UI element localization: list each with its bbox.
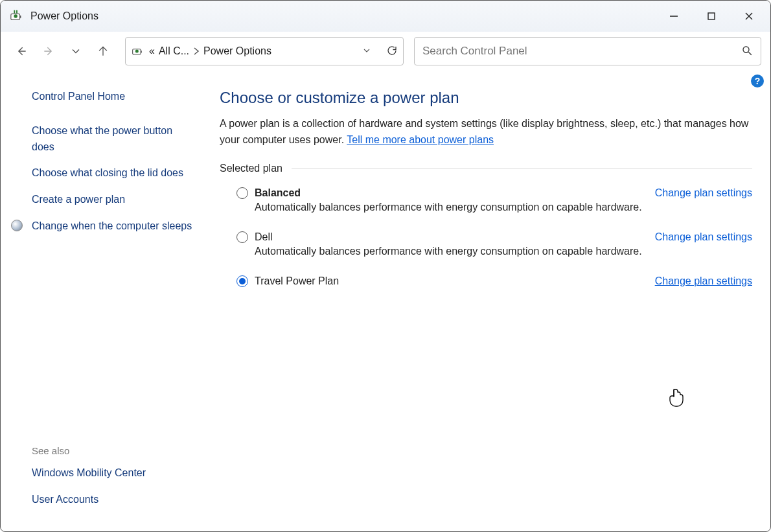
change-settings-balanced[interactable]: Change plan settings <box>655 187 752 199</box>
plan-dell: Dell Change plan settings Automatically … <box>220 227 752 272</box>
selected-plan-group: Selected plan <box>220 163 752 174</box>
svg-point-10 <box>743 47 749 52</box>
create-power-plan-link[interactable]: Create a power plan <box>32 192 194 208</box>
navbar: « All C... Power Options <box>1 32 770 71</box>
radio-balanced[interactable] <box>236 187 248 199</box>
selected-plan-label: Selected plan <box>220 163 282 174</box>
plan-balanced: Balanced Change plan settings Automatica… <box>220 183 752 227</box>
recent-dropdown[interactable] <box>64 40 87 63</box>
radio-dell[interactable] <box>236 231 248 243</box>
radio-travel[interactable] <box>236 275 248 287</box>
breadcrumb-chevron[interactable]: « <box>149 45 155 57</box>
breadcrumb-all-control-panel[interactable]: All C... <box>159 45 189 57</box>
mobility-center-link[interactable]: Windows Mobility Center <box>32 465 194 481</box>
help-icon[interactable]: ? <box>751 75 764 87</box>
address-dropdown-icon[interactable] <box>362 45 372 58</box>
svg-rect-1 <box>20 16 21 18</box>
see-also-label: See also <box>32 445 194 456</box>
current-page-icon <box>11 220 23 231</box>
maximize-button[interactable] <box>693 1 730 31</box>
titlebar: Power Options <box>1 1 770 32</box>
address-icon <box>131 44 145 58</box>
change-sleep-link[interactable]: Change when the computer sleeps <box>32 218 194 235</box>
change-settings-dell[interactable]: Change plan settings <box>655 231 752 243</box>
main-panel: Choose or customize a power plan A power… <box>207 71 770 531</box>
plan-dell-name: Dell <box>255 231 273 243</box>
control-panel-home-link[interactable]: Control Panel Home <box>32 89 194 105</box>
svg-point-9 <box>135 50 139 53</box>
page-heading: Choose or customize a power plan <box>220 89 752 107</box>
svg-rect-8 <box>141 51 142 52</box>
refresh-button[interactable] <box>386 45 398 58</box>
svg-point-2 <box>14 14 17 18</box>
plan-travel: Travel Power Plan Change plan settings <box>220 272 752 301</box>
up-button[interactable] <box>91 40 115 63</box>
window-title: Power Options <box>30 10 655 22</box>
intro-text: A power plan is a collection of hardware… <box>220 116 752 148</box>
plan-travel-name: Travel Power Plan <box>255 275 339 287</box>
minimize-button[interactable] <box>655 1 693 31</box>
breadcrumb-power-options[interactable]: Power Options <box>203 45 271 57</box>
chevron-right-icon <box>193 46 200 57</box>
search-icon[interactable] <box>741 45 753 58</box>
forward-button[interactable] <box>37 40 60 63</box>
svg-rect-4 <box>708 13 715 19</box>
plan-balanced-name: Balanced <box>255 187 301 199</box>
plan-dell-desc: Automatically balances performance with … <box>236 246 752 257</box>
back-button[interactable] <box>10 40 33 63</box>
content-area: ? Control Panel Home Choose what the pow… <box>1 71 770 531</box>
sidebar: Control Panel Home Choose what the power… <box>1 71 207 531</box>
change-sleep-label: Change when the computer sleeps <box>32 220 192 231</box>
close-button[interactable] <box>730 1 768 31</box>
address-bar[interactable]: « All C... Power Options <box>125 37 404 65</box>
change-settings-travel[interactable]: Change plan settings <box>655 275 752 287</box>
search-bar[interactable] <box>414 37 761 65</box>
power-options-window: Power Options « All C... Power Options <box>0 0 771 532</box>
divider <box>292 168 752 168</box>
search-input[interactable] <box>422 45 741 58</box>
closing-lid-link[interactable]: Choose what closing the lid does <box>32 165 194 181</box>
learn-more-link[interactable]: Tell me more about power plans <box>347 134 494 145</box>
power-options-icon <box>10 9 24 23</box>
power-button-link[interactable]: Choose what the power button does <box>32 123 194 156</box>
user-accounts-link[interactable]: User Accounts <box>32 492 194 508</box>
plan-balanced-desc: Automatically balances performance with … <box>236 202 752 213</box>
svg-line-11 <box>748 52 752 55</box>
